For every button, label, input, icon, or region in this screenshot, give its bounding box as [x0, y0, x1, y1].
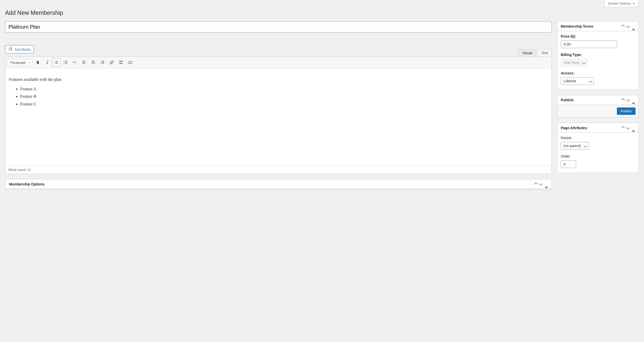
svg-point-3: [55, 62, 55, 63]
chevron-down-icon: [539, 182, 543, 186]
page-attributes-title: Page Attributes: [561, 126, 587, 130]
toggle-panel-button[interactable]: [632, 24, 635, 28]
svg-rect-13: [82, 61, 86, 61]
chevron-down-icon: [626, 126, 630, 129]
membership-terms-title: Membership Terms: [561, 24, 593, 28]
svg-rect-18: [91, 63, 95, 64]
access-value: Lifetime: [564, 79, 576, 83]
svg-point-1: [55, 61, 55, 62]
align-left-icon: [81, 60, 87, 65]
triangle-up-icon: [632, 24, 635, 30]
numbered-list-icon: 123: [63, 60, 68, 65]
svg-rect-6: [56, 63, 58, 64]
triangle-up-icon: [632, 98, 635, 104]
svg-rect-10: [65, 62, 67, 63]
editor-container: Paragraph 123: [5, 57, 552, 174]
move-up-button[interactable]: [622, 24, 624, 28]
svg-point-5: [55, 63, 55, 64]
add-media-button[interactable]: Add Media: [5, 45, 34, 53]
svg-text:3: 3: [64, 63, 64, 64]
align-right-button[interactable]: [98, 58, 107, 67]
order-label: Order: [561, 154, 635, 158]
move-down-button[interactable]: [627, 126, 629, 130]
svg-rect-8: [65, 61, 67, 61]
parent-value: (no parent): [564, 144, 581, 148]
add-media-label: Add Media: [15, 48, 30, 51]
align-left-button[interactable]: [80, 58, 88, 67]
svg-rect-19: [101, 61, 104, 61]
chevron-up-icon: [621, 25, 625, 28]
content-editor[interactable]: Features available with the plan: Featur…: [5, 68, 552, 166]
read-more-icon: [118, 60, 123, 65]
italic-icon: [45, 60, 50, 65]
toolbar-toggle-button[interactable]: [126, 58, 134, 67]
format-select-label: Paragraph: [10, 61, 26, 64]
svg-rect-21: [101, 63, 104, 64]
editor-toolbar: Paragraph 123: [5, 57, 552, 68]
svg-rect-16: [91, 61, 95, 61]
publish-box-title: Publish: [561, 98, 574, 102]
svg-rect-25: [128, 61, 132, 63]
chevron-up-icon: [621, 98, 625, 102]
keyboard-icon: [128, 60, 133, 65]
svg-rect-4: [56, 62, 58, 63]
screen-options-label: Screen Options: [608, 2, 631, 5]
list-item: Feature B: [20, 93, 548, 100]
move-up-button[interactable]: [535, 182, 537, 186]
billing-type-select: One-Time: [561, 59, 587, 67]
publish-button[interactable]: Publish: [617, 107, 636, 115]
chevron-down-icon: [626, 98, 630, 102]
order-input[interactable]: [561, 160, 576, 168]
read-more-button[interactable]: [117, 58, 125, 67]
chevron-up-icon: [534, 182, 538, 186]
list-item: Feature A: [20, 85, 548, 92]
bold-icon: [35, 60, 40, 65]
chevron-down-icon: [626, 24, 630, 28]
chevron-down-icon: [589, 79, 592, 83]
svg-rect-15: [82, 63, 86, 64]
numbered-list-button[interactable]: 123: [61, 58, 70, 67]
format-select[interactable]: Paragraph: [7, 59, 33, 66]
chevron-up-icon: [621, 126, 625, 130]
move-up-button[interactable]: [622, 98, 624, 102]
billing-type-value: One-Time: [564, 61, 579, 65]
triangle-up-icon: [545, 182, 548, 188]
svg-rect-23: [119, 62, 122, 62]
svg-rect-22: [119, 61, 122, 62]
toggle-panel-button[interactable]: [545, 182, 548, 186]
svg-rect-14: [82, 62, 84, 62]
chevron-down-icon: [584, 144, 587, 148]
move-down-button[interactable]: [627, 24, 629, 28]
blockquote-button[interactable]: [71, 58, 79, 67]
bullet-list-button[interactable]: [52, 58, 60, 67]
toggle-panel-button[interactable]: [632, 98, 635, 102]
chevron-down-icon: ▼: [632, 2, 635, 5]
move-down-button[interactable]: [540, 182, 542, 186]
link-icon: [109, 60, 114, 65]
svg-rect-2: [56, 61, 58, 61]
media-icon: [8, 47, 13, 52]
price-input[interactable]: [561, 40, 617, 48]
access-select[interactable]: Lifetime: [561, 77, 594, 85]
billing-type-label: Billing Type:: [561, 53, 635, 57]
toggle-panel-button[interactable]: [632, 126, 635, 130]
align-center-button[interactable]: [89, 58, 97, 67]
list-item: Feature C: [20, 101, 548, 107]
membership-title-input[interactable]: [5, 21, 552, 32]
move-down-button[interactable]: [627, 98, 629, 102]
parent-select[interactable]: (no parent): [561, 142, 589, 150]
tab-text[interactable]: Text: [537, 49, 552, 57]
parent-label: Parent: [561, 136, 635, 140]
triangle-up-icon: [632, 126, 635, 132]
svg-rect-12: [65, 63, 67, 64]
svg-rect-17: [92, 62, 94, 62]
align-right-icon: [100, 60, 105, 65]
bold-button[interactable]: [34, 58, 42, 67]
italic-button[interactable]: [43, 58, 51, 67]
move-up-button[interactable]: [622, 126, 624, 130]
bullet-list-icon: [54, 60, 59, 65]
screen-options-button[interactable]: Screen Options ▼: [604, 0, 639, 7]
link-button[interactable]: [108, 58, 116, 67]
price-label: Price ($):: [561, 34, 635, 38]
tab-visual[interactable]: Visual: [518, 49, 536, 57]
